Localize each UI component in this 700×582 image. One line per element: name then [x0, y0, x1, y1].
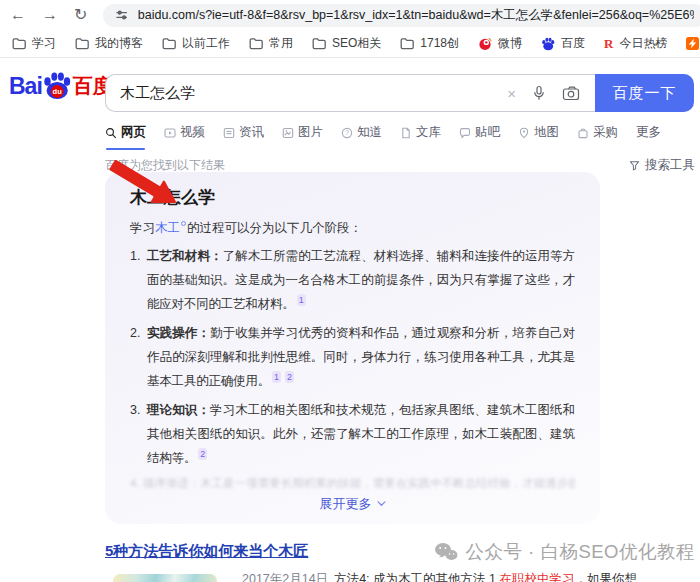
- bookmark-folder-1718[interactable]: 1718创: [400, 35, 459, 52]
- reload-icon[interactable]: ↻: [74, 7, 87, 23]
- browser-toolbar: ← → ↻ baidu.com/s?ie=utf-8&f=8&rsv_bp=1&…: [0, 0, 700, 30]
- tieba-icon: [459, 127, 471, 139]
- search-icon: [105, 127, 117, 139]
- bookmark-xinbang[interactable]: 新榜: [686, 35, 700, 52]
- tab-label: 资讯: [239, 124, 264, 141]
- item-text: 勤于收集并学习优秀的资料和作品，通过观察和分析，培养自己对作品的深刻理解和批判性…: [147, 326, 575, 388]
- bookmark-label: 学习: [32, 35, 56, 52]
- bookmark-label: 1718创: [420, 35, 459, 52]
- answer-intro: 学习木工的过程可以分为以下几个阶段：: [130, 217, 575, 239]
- tab-label: 文库: [416, 124, 441, 141]
- bookmark-folder-oldwork[interactable]: 以前工作: [162, 35, 230, 52]
- search-tools-button[interactable]: 搜索工具: [629, 157, 695, 174]
- svg-text:?: ?: [345, 129, 349, 136]
- tab-wenku[interactable]: 文库: [400, 124, 441, 143]
- reference-badge[interactable]: 2: [198, 448, 207, 460]
- tab-caigou[interactable]: 采购: [577, 124, 618, 143]
- bookmark-jinrirebang[interactable]: R 今日热榜: [604, 35, 667, 52]
- baidu-logo[interactable]: Bai du 百度: [9, 71, 113, 101]
- bookmark-label: SEO相关: [332, 35, 381, 52]
- bookmark-label: 百度: [561, 35, 585, 52]
- tab-map[interactable]: 地图: [518, 124, 559, 143]
- bookmarks-bar: 学习 我的博客 以前工作 常用 SEO相关 1718创 微博 百度 R 今日热榜…: [0, 30, 700, 58]
- folder-icon: [312, 37, 326, 50]
- xinbang-icon: [686, 37, 699, 50]
- result-title-link[interactable]: 5种方法告诉你如何来当个木匠: [105, 542, 308, 561]
- bookmark-folder-changyong[interactable]: 常用: [249, 35, 293, 52]
- site-settings-icon: [115, 8, 128, 22]
- tab-label: 知道: [357, 124, 382, 141]
- folder-icon: [75, 37, 89, 50]
- tab-label: 更多: [636, 124, 661, 141]
- news-icon: [223, 127, 235, 139]
- bookmark-label: 我的博客: [95, 35, 143, 52]
- answer-title: 木工怎么学: [130, 187, 575, 208]
- weibo-icon: [478, 37, 492, 51]
- item-heading: 工艺和材料：: [147, 249, 223, 263]
- bookmark-label: 常用: [269, 35, 293, 52]
- intro-entity-link[interactable]: 木工: [155, 221, 180, 235]
- rebang-r-icon: R: [604, 37, 613, 50]
- tab-zhidao[interactable]: ? 知道: [341, 124, 382, 143]
- reference-badge[interactable]: 2: [285, 371, 294, 383]
- forward-icon[interactable]: →: [42, 7, 58, 23]
- clear-icon[interactable]: ×: [507, 85, 516, 102]
- snippet-keyword-red: 在职校中学习: [499, 572, 574, 582]
- mic-icon[interactable]: [531, 85, 547, 101]
- answer-list: 1. 工艺和材料：了解木工所需的工艺流程、材料选择、辅料和连接件的运用等方面的基…: [130, 244, 575, 470]
- intro-prefix: 学习: [130, 221, 155, 235]
- item-heading: 理论知识：: [147, 403, 210, 417]
- baidu-paw-icon: du: [42, 71, 72, 101]
- result-date: 2017年2月14日: [242, 572, 328, 582]
- image-icon: [282, 127, 294, 139]
- tab-label: 地图: [534, 124, 559, 141]
- reference-badge[interactable]: 1: [272, 371, 281, 383]
- watermark: 公众号 · 白杨SEO优化教程: [434, 539, 695, 564]
- search-input[interactable]: 木工怎么学 ×: [105, 74, 595, 112]
- bookmark-label: 今日热榜: [619, 35, 667, 52]
- logo-bai-text: Bai: [9, 73, 42, 100]
- bookmark-folder-myblog[interactable]: 我的博客: [75, 35, 143, 52]
- list-item: 2. 实践操作：勤于收集并学习优秀的资料和作品，通过观察和分析，培养自己对作品的…: [130, 321, 575, 393]
- doc-icon: [400, 127, 412, 139]
- folder-icon: [12, 37, 26, 50]
- snippet-text: 方法4: 成为木工的其他方法 1: [334, 572, 499, 582]
- tab-webpage[interactable]: 网页: [105, 124, 146, 143]
- item-number: 2.: [130, 321, 147, 393]
- camera-icon[interactable]: [562, 85, 580, 101]
- wechat-icon: [434, 542, 458, 562]
- tab-label: 贴吧: [475, 124, 500, 141]
- address-bar[interactable]: baidu.com/s?ie=utf-8&f=8&rsv_bp=1&rsv_id…: [103, 4, 700, 27]
- bookmark-folder-seo[interactable]: SEO相关: [312, 35, 381, 52]
- bookmark-label: 以前工作: [182, 35, 230, 52]
- bag-icon: [577, 127, 589, 139]
- list-item: 1. 工艺和材料：了解木工所需的工艺流程、材料选择、辅料和连接件的运用等方面的基…: [130, 244, 575, 316]
- search-query-text: 木工怎么学: [106, 84, 507, 103]
- bookmark-folder-xuexi[interactable]: 学习: [12, 35, 56, 52]
- reference-badge[interactable]: 1: [297, 294, 306, 306]
- item-number: 1.: [130, 244, 147, 316]
- question-icon: ?: [341, 127, 353, 139]
- ai-answer-card: 木工怎么学 学习木工的过程可以分为以下几个阶段： 1. 工艺和材料：了解木工所需…: [105, 172, 600, 524]
- item-text: 学习木工的相关图纸和技术规范，包括家具图纸、建筑木工图纸和其他相关图纸的知识。此…: [147, 403, 575, 465]
- tab-images[interactable]: 图片: [282, 124, 323, 143]
- tab-label: 图片: [298, 124, 323, 141]
- url-text: baidu.com/s?ie=utf-8&f=8&rsv_bp=1&rsv_id…: [138, 7, 694, 24]
- tab-tieba[interactable]: 贴吧: [459, 124, 500, 143]
- bookmark-baidu[interactable]: 百度: [541, 35, 585, 52]
- tab-video[interactable]: 视频: [164, 124, 205, 143]
- result-snippet: 2017年2月14日方法4: 成为木工的其他方法 1 在职校中学习，如果你想: [242, 571, 695, 582]
- tab-label: 视频: [180, 124, 205, 141]
- intro-suffix: 的过程可以分为以下几个阶段：: [187, 221, 362, 235]
- bookmark-weibo[interactable]: 微博: [478, 35, 522, 52]
- vertical-tabs: 网页 视频 资讯 图片 ? 知道 文库 贴吧 地图 采购 更多: [105, 124, 661, 143]
- tab-news[interactable]: 资讯: [223, 124, 264, 143]
- expand-more-button[interactable]: 展开更多: [130, 495, 575, 513]
- baidu-paw-icon: [541, 37, 555, 51]
- search-button[interactable]: 百度一下: [595, 74, 694, 112]
- tab-more[interactable]: 更多: [636, 124, 661, 143]
- result-thumbnail[interactable]: [113, 574, 217, 582]
- back-icon[interactable]: ←: [10, 7, 26, 23]
- folder-icon: [400, 37, 414, 50]
- search-results-page: Bai du 百度 木工怎么学 × 百度一下 网页 视频: [0, 58, 700, 582]
